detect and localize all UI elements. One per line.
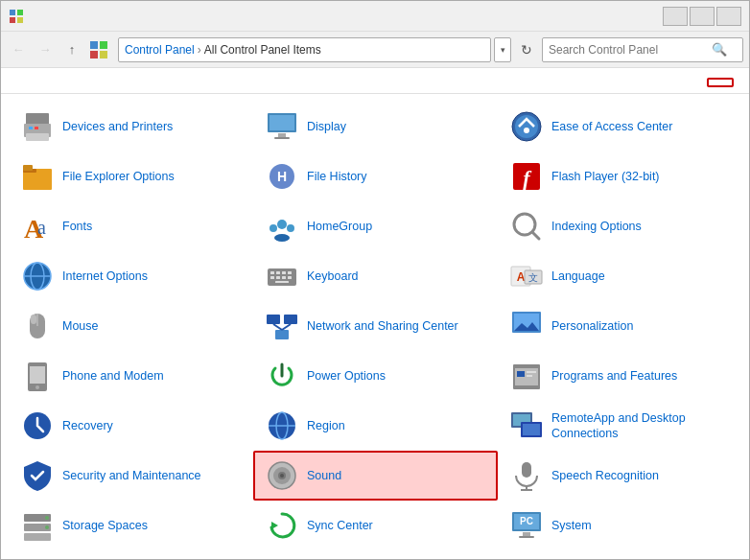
item-security-and-maintenance[interactable]: Security and Maintenance xyxy=(9,451,253,501)
item-indexing-options[interactable]: Indexing Options xyxy=(498,201,742,251)
item-keyboard[interactable]: Keyboard xyxy=(253,251,498,301)
item-system[interactable]: PCSystem xyxy=(498,501,742,550)
back-button[interactable]: ← xyxy=(7,38,30,61)
item-display[interactable]: Display xyxy=(253,102,498,152)
svg-rect-46 xyxy=(282,276,286,279)
indexing-icon xyxy=(509,209,544,244)
item-remoteapp[interactable]: RemoteApp and Desktop Connections xyxy=(498,401,742,451)
svg-point-29 xyxy=(277,220,287,229)
svg-rect-41 xyxy=(276,271,280,274)
item-recovery[interactable]: Recovery xyxy=(9,401,253,451)
svg-text:A: A xyxy=(517,270,526,284)
svg-line-59 xyxy=(273,324,282,330)
item-devices-and-printers[interactable]: Devices and Printers xyxy=(9,102,253,152)
svg-rect-58 xyxy=(275,330,289,339)
svg-text:文: 文 xyxy=(528,272,538,283)
item-flash-player[interactable]: fFlash Player (32-bit) xyxy=(498,152,742,201)
svg-point-65 xyxy=(35,385,39,389)
breadcrumb: Control Panel › All Control Panel Items xyxy=(118,37,491,62)
window-controls xyxy=(663,7,741,26)
item-file-explorer-options[interactable]: File Explorer Options xyxy=(9,152,253,201)
nav-bar: ← → ↑ Control Panel › All Control Panel … xyxy=(1,32,749,68)
flash-icon: f xyxy=(509,159,544,194)
view-by-control[interactable] xyxy=(707,78,734,87)
item-region[interactable]: Region xyxy=(253,401,498,451)
svg-rect-2 xyxy=(10,17,15,23)
item-sync-center[interactable]: Sync Center xyxy=(253,501,498,550)
svg-rect-10 xyxy=(26,133,49,141)
mouse-icon xyxy=(20,309,55,343)
svg-rect-22 xyxy=(23,165,33,171)
svg-point-32 xyxy=(274,234,290,242)
forward-button[interactable]: → xyxy=(34,38,57,61)
filehist-icon: H xyxy=(265,159,299,194)
svg-point-89 xyxy=(45,516,49,520)
item-label-fonts: Fonts xyxy=(62,219,92,234)
search-input[interactable] xyxy=(549,43,712,57)
svg-text:H: H xyxy=(277,169,287,184)
svg-rect-96 xyxy=(519,536,534,538)
breadcrumb-control-panel[interactable]: Control Panel xyxy=(125,43,195,57)
maximize-button[interactable] xyxy=(690,7,715,26)
printer-icon xyxy=(20,109,55,144)
breadcrumb-dropdown[interactable]: ▾ xyxy=(494,37,511,62)
fonts-icon: Aa xyxy=(20,209,55,244)
content-area: Devices and PrintersDisplayEase of Acces… xyxy=(1,68,749,559)
item-homegroup[interactable]: HomeGroup xyxy=(253,201,498,251)
svg-rect-7 xyxy=(100,51,107,58)
svg-rect-64 xyxy=(30,366,45,384)
close-button[interactable] xyxy=(716,7,741,26)
item-storage-spaces[interactable]: Storage Spaces xyxy=(9,501,253,550)
search-box: 🔍 xyxy=(542,37,743,62)
svg-rect-1 xyxy=(17,10,23,15)
sync-icon xyxy=(265,508,299,543)
svg-point-19 xyxy=(524,128,529,133)
svg-rect-14 xyxy=(270,115,294,130)
svg-point-82 xyxy=(280,474,284,478)
item-speech-recognition[interactable]: Speech Recognition xyxy=(498,451,742,501)
item-mouse[interactable]: Mouse xyxy=(9,301,253,351)
internet-icon xyxy=(20,259,55,293)
svg-rect-44 xyxy=(270,276,274,279)
item-personalization[interactable]: Personalization xyxy=(498,301,742,351)
svg-rect-3 xyxy=(17,17,23,23)
item-internet-options[interactable]: Internet Options xyxy=(9,251,253,301)
up-button[interactable]: ↑ xyxy=(60,38,83,61)
item-label-devices-and-printers: Devices and Printers xyxy=(62,119,173,134)
item-label-region: Region xyxy=(307,418,345,433)
svg-rect-16 xyxy=(274,137,290,139)
speech-icon xyxy=(509,458,544,493)
svg-rect-83 xyxy=(522,462,531,478)
item-network-and-sharing[interactable]: Network and Sharing Center xyxy=(253,301,498,351)
item-language[interactable]: A文Language xyxy=(498,251,742,301)
breadcrumb-separator: › xyxy=(198,43,201,57)
svg-point-30 xyxy=(270,224,277,232)
programs-icon xyxy=(509,359,544,393)
svg-rect-56 xyxy=(267,315,280,324)
item-ease-of-access[interactable]: Ease of Access Center xyxy=(498,102,742,152)
svg-rect-15 xyxy=(278,133,286,137)
svg-rect-12 xyxy=(35,127,38,129)
item-label-sound: Sound xyxy=(307,468,341,483)
network-icon xyxy=(265,309,299,343)
item-power-options[interactable]: Power Options xyxy=(253,351,498,401)
item-programs-and-features[interactable]: Programs and Features xyxy=(498,351,742,401)
display-icon xyxy=(265,109,299,144)
minimize-button[interactable] xyxy=(663,7,688,26)
svg-rect-68 xyxy=(517,371,525,377)
sound-icon xyxy=(265,458,299,493)
item-file-history[interactable]: HFile History xyxy=(253,152,498,201)
item-label-file-history: File History xyxy=(307,169,367,184)
svg-text:a: a xyxy=(37,217,46,238)
svg-rect-43 xyxy=(288,271,292,274)
window-icon xyxy=(9,9,24,24)
item-phone-and-modem[interactable]: Phone and Modem xyxy=(9,351,253,401)
svg-rect-70 xyxy=(527,375,532,377)
item-sound[interactable]: Sound xyxy=(253,451,498,501)
header-strip xyxy=(1,68,749,94)
refresh-button[interactable]: ↻ xyxy=(515,37,538,62)
search-icon: 🔍 xyxy=(712,42,727,57)
item-fonts[interactable]: AaFonts xyxy=(9,201,253,251)
item-label-sync-center: Sync Center xyxy=(307,518,373,533)
item-label-remoteapp: RemoteApp and Desktop Connections xyxy=(551,410,731,442)
